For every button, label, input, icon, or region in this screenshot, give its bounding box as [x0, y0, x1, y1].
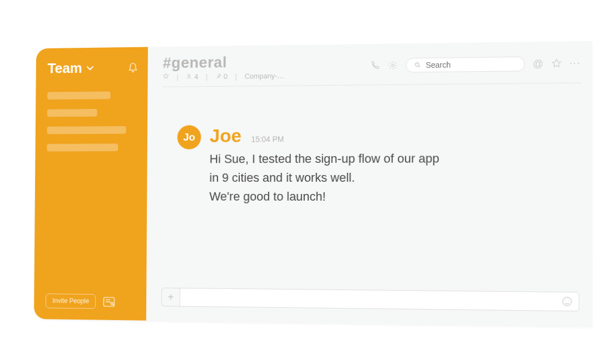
svg-point-6	[565, 300, 566, 301]
svg-point-5	[562, 297, 571, 306]
sidebar-item-placeholder[interactable]	[47, 143, 118, 151]
svg-point-4	[416, 63, 419, 66]
sidebar-item-placeholder[interactable]	[47, 126, 126, 134]
channel-subheader: | 4 | 0 | Company-…	[162, 72, 284, 81]
directory-icon[interactable]	[103, 297, 115, 307]
star-outline-icon[interactable]	[551, 58, 562, 69]
member-count[interactable]: 4	[186, 73, 198, 81]
channel-topic[interactable]: Company-…	[245, 72, 285, 81]
svg-point-3	[392, 64, 394, 67]
gear-icon[interactable]	[388, 60, 398, 70]
sidebar-item-placeholder[interactable]	[47, 92, 111, 100]
channel-header: #general | 4 | 0	[148, 41, 592, 81]
message-composer[interactable]	[180, 288, 580, 311]
star-icon[interactable]	[162, 73, 169, 81]
emoji-icon[interactable]	[561, 296, 573, 307]
sidebar-item-placeholder[interactable]	[47, 109, 97, 117]
main-pane: #general | 4 | 0	[146, 41, 593, 327]
svg-point-1	[111, 302, 113, 305]
message-author[interactable]: Joe	[210, 125, 241, 147]
invite-people-button[interactable]: Invite People	[46, 293, 96, 309]
channel-name[interactable]: #general	[162, 53, 284, 72]
chevron-down-icon	[86, 63, 93, 73]
team-label: Team	[47, 60, 82, 77]
sidebar: Team Invite People	[34, 47, 148, 321]
composer-input[interactable]	[185, 293, 561, 306]
at-icon[interactable]: @	[533, 58, 544, 69]
attach-button[interactable]: +	[161, 288, 180, 307]
team-switcher[interactable]: Team	[47, 59, 138, 77]
search-field[interactable]	[426, 59, 516, 69]
svg-point-2	[188, 74, 190, 76]
message: Jo Joe 15:04 PM Hi Sue, I tested the sig…	[177, 123, 569, 207]
message-body: Hi Sue, I tested the sign-up flow of our…	[209, 149, 439, 207]
bell-icon[interactable]	[127, 62, 138, 74]
phone-icon[interactable]	[370, 60, 380, 70]
message-timestamp: 15:04 PM	[251, 134, 284, 143]
more-icon[interactable]: ⋮	[570, 58, 580, 68]
svg-point-7	[568, 300, 569, 301]
search-input[interactable]	[406, 56, 525, 72]
pin-count[interactable]: 0	[215, 72, 228, 81]
chat-window: Team Invite People	[34, 41, 592, 327]
avatar[interactable]: Jo	[177, 125, 201, 149]
